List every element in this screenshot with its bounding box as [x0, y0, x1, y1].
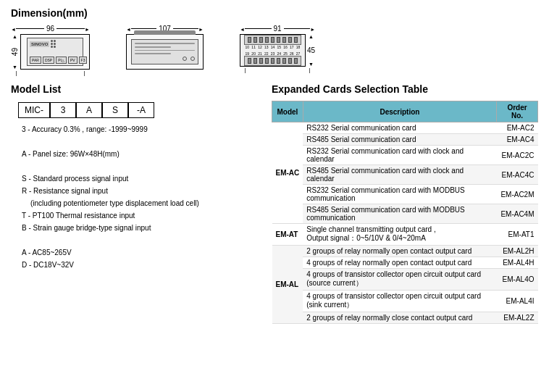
arrow-line-3b: [284, 28, 311, 29]
arrow-line-1b: [56, 28, 85, 29]
order-cell: EM-AC2C: [497, 146, 538, 165]
b2: [253, 58, 257, 64]
btn-dsp: DSP: [43, 57, 54, 64]
brand-label: SINOVO: [30, 41, 49, 47]
terminal-row-bottom: [244, 56, 301, 66]
header-model: Model: [272, 101, 303, 122]
t6: [277, 37, 280, 43]
table-row: RS485 Serial communication cardEM-AC4: [272, 134, 538, 146]
note-dc: D - DC18V~32V: [22, 259, 257, 271]
t7: [282, 37, 286, 43]
cards-table: Model Description Order No. EM-ACRS232 S…: [272, 101, 538, 324]
table-body: EM-ACRS232 Serial communication cardEM-A…: [272, 122, 538, 324]
t1: [248, 37, 251, 43]
top-labels: 101112131415161718: [244, 45, 301, 49]
order-cell: EM-AC4: [497, 134, 538, 146]
arrow-left-3: [240, 25, 245, 33]
device-top-row: SINOVO: [30, 40, 80, 48]
order-cell: EM-AL2H: [497, 246, 538, 257]
b4: [265, 58, 269, 64]
dimension-diagrams: 96 ▲ 49 ▼ SINOVO: [11, 25, 538, 76]
table-row: RS232 Serial communication card with clo…: [272, 146, 538, 165]
arrow-left-1: [11, 25, 16, 33]
expanded-cards-title: Expanded Cards Selection Table: [272, 83, 538, 95]
b6: [277, 58, 280, 64]
description-cell: RS232 Serial communication card with MOD…: [303, 185, 496, 204]
arrow-left-2: [126, 25, 131, 33]
bottom-section: Model List MIC- 3 A S -A 3 - Accuracy 0.…: [11, 83, 538, 324]
header-order: Order No.: [497, 101, 538, 122]
model-cell: EM-AC: [272, 122, 303, 224]
stripe-4: [135, 53, 171, 54]
order-cell: EM-AC2M: [497, 185, 538, 204]
device-buttons: PAR DSP PI△ PV F3: [30, 57, 80, 64]
code-part-1: 3: [50, 102, 76, 118]
b3: [259, 58, 263, 64]
note-resistance-sub: (including potentiometer type displaceme…: [30, 198, 257, 209]
code-part-3: S: [102, 102, 128, 118]
table-row: 4 groups of relay normally open contact …: [272, 257, 538, 269]
note-spacer3: [22, 235, 257, 246]
order-cell: EM-AC2: [497, 122, 538, 134]
table-row: 4 groups of transistor collector open ci…: [272, 291, 538, 312]
arrow-up-3: ▲: [309, 34, 314, 39]
order-cell: EM-AC4C: [497, 165, 538, 185]
order-cell: EM-AL2Z: [497, 312, 538, 324]
b1: [248, 58, 251, 64]
code-part-2: A: [76, 102, 102, 118]
description-cell: RS232 Serial communication card: [303, 122, 496, 134]
note-spacer2: [22, 161, 257, 172]
model-cell: EM-AL: [272, 246, 303, 324]
stripe-3: [135, 50, 195, 51]
note-pt100: T - PT100 Thermal resistance input: [22, 210, 257, 222]
description-cell: 2 groups of relay normally close contact…: [303, 312, 496, 324]
btn-pv: PV: [68, 57, 77, 64]
model-notes: 3 - Accuracy 0.3% , range: -1999~9999 A …: [22, 124, 257, 271]
device-inner-1: SINOVO PAR DSP PI△ PV F: [27, 38, 83, 66]
table-row: RS485 Serial communication card with clo…: [272, 165, 538, 185]
t5: [271, 37, 274, 43]
description-cell: RS232 Serial communication card with clo…: [303, 146, 496, 165]
model-list-title: Model List: [11, 83, 257, 95]
circle-1: [183, 57, 187, 61]
arrow-right-2: [198, 25, 204, 33]
note-spacer1: [22, 136, 257, 148]
circles-row: [135, 57, 195, 61]
t3: [259, 37, 263, 43]
b9: [294, 58, 298, 64]
header-description: Description: [303, 101, 496, 122]
height-arrow-3: ▲ 45 ▼: [307, 34, 315, 67]
terminal-row-top: [244, 35, 301, 45]
device-box-2: [126, 34, 204, 70]
table-row: EM-AL2 groups of relay normally open con…: [272, 246, 538, 257]
expanded-cards-section: Expanded Cards Selection Table Model Des…: [272, 83, 538, 324]
description-cell: 4 groups of transistor collector open ci…: [303, 291, 496, 312]
dimension-title: Dimension(mm): [11, 7, 538, 19]
description-cell: 4 groups of transistor collector open ci…: [303, 269, 496, 291]
table-header-row: Model Description Order No.: [272, 101, 538, 122]
diagram-3: 91: [240, 25, 315, 73]
order-cell: EM-AL4O: [497, 269, 538, 291]
arrow-right-1: [85, 25, 90, 33]
arrow-up-1: ▲: [12, 34, 17, 39]
code-part-0: MIC-: [18, 102, 50, 118]
note-panel: A - Panel size: 96W×48H(mm): [22, 149, 257, 160]
dimension-section: Dimension(mm) 96 ▲ 49 ▼ S: [11, 7, 538, 76]
table-row: EM-ATSingle channel transmitting output …: [272, 224, 538, 246]
description-cell: RS485 Serial communication card: [303, 134, 496, 146]
table-row: EM-ACRS232 Serial communication cardEM-A…: [272, 122, 538, 134]
t4: [265, 37, 269, 43]
dim-row-2: [126, 34, 204, 70]
arrow-line-1: [16, 28, 44, 29]
description-cell: Single channel transmitting output card …: [303, 224, 496, 246]
description-cell: 4 groups of relay normally open contact …: [303, 257, 496, 269]
table-row: RS485 Serial communication card with MOD…: [272, 204, 538, 224]
arrow-line-2: [131, 28, 156, 29]
diagram-1: 96 ▲ 49 ▼ SINOVO: [11, 25, 90, 76]
btn-pia: PI△: [56, 57, 67, 64]
bottom-ticks-3: ||: [245, 67, 311, 73]
device-inner-2: [131, 39, 198, 64]
note-resistance: R - Resistance signal input: [22, 185, 257, 197]
description-cell: 2 groups of relay normally open contact …: [303, 246, 496, 257]
btn-par: PAR: [30, 57, 41, 64]
